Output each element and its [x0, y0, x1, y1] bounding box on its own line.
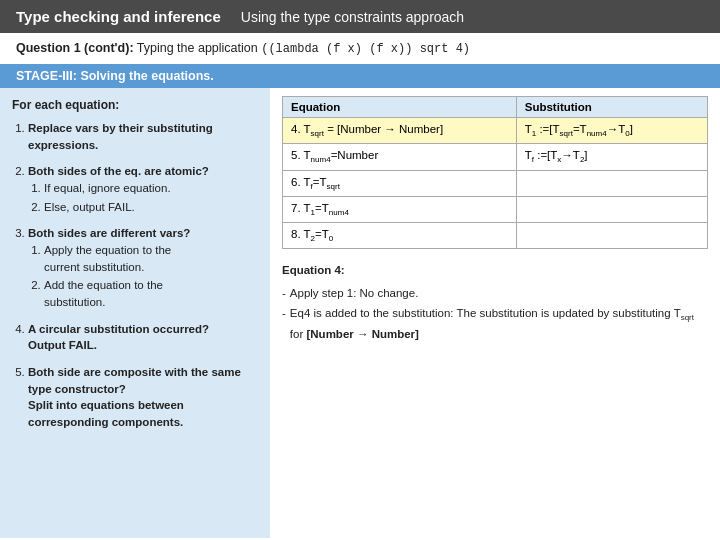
table-row: 8. T2=T0 — [283, 223, 708, 249]
step1-text: Replace vars by their substituting expre… — [28, 122, 213, 151]
col-substitution: Substitution — [516, 97, 707, 118]
explanation-title: Equation 4: — [282, 261, 708, 279]
list-item: If equal, ignore equation. — [44, 180, 258, 197]
table-row: 5. Tnum4=Number Tf :=[Tx→T2] — [283, 144, 708, 170]
left-section-title: For each equation: — [12, 98, 258, 112]
list-item: Both sides are different vars? Apply the… — [28, 225, 258, 310]
explanation: Equation 4: - Apply step 1: No change. -… — [282, 257, 708, 349]
table-row: 7. T1=Tnum4 — [283, 196, 708, 222]
stage-bar: STAGE-III: Solving the equations. — [0, 64, 720, 88]
stage-label: STAGE-III: — [16, 69, 77, 83]
list-item: Else, output FAIL. — [44, 199, 258, 216]
eq-cell: 5. Tnum4=Number — [283, 144, 517, 170]
question-label: Question 1 (cont'd): — [16, 41, 134, 55]
equation-table: Equation Substitution 4. Tsqrt = [Number… — [282, 96, 708, 249]
eq-cell: 8. T2=T0 — [283, 223, 517, 249]
col-equation: Equation — [283, 97, 517, 118]
sub-cell — [516, 196, 707, 222]
header-subtitle: Using the type constraints approach — [241, 9, 464, 25]
question-bar: Question 1 (cont'd): Typing the applicat… — [0, 33, 720, 64]
sub-cell: Tf :=[Tx→T2] — [516, 144, 707, 170]
question-text: Typing the application — [137, 41, 261, 55]
step5-text: Both side are composite with the same ty… — [28, 366, 241, 428]
right-panel: Equation Substitution 4. Tsqrt = [Number… — [270, 88, 720, 538]
table-row: 6. Tf=Tsqrt — [283, 170, 708, 196]
list-item: Both sides of the eq. are atomic? If equ… — [28, 163, 258, 215]
sub-cell: T1 :=[Tsqrt=Tnum4→T0] — [516, 118, 707, 144]
explanation-text1: Apply step 1: No change. — [290, 284, 419, 302]
left-panel: For each equation: Replace vars by their… — [0, 88, 270, 538]
sub-cell — [516, 223, 707, 249]
list-item: Both side are composite with the same ty… — [28, 364, 258, 431]
eq-cell: 7. T1=Tnum4 — [283, 196, 517, 222]
list-item: Replace vars by their substituting expre… — [28, 120, 258, 153]
explanation-item2: - Eq4 is added to the substitution: The … — [282, 304, 708, 343]
eq-cell: 6. Tf=Tsqrt — [283, 170, 517, 196]
stage-text: Solving the equations. — [80, 69, 213, 83]
step2-sub: If equal, ignore equation. Else, output … — [28, 180, 258, 215]
table-row: 4. Tsqrt = [Number → Number] T1 :=[Tsqrt… — [283, 118, 708, 144]
main-content: For each equation: Replace vars by their… — [0, 88, 720, 538]
header: Type checking and inference Using the ty… — [0, 0, 720, 33]
explanation-text2: Eq4 is added to the substitution: The su… — [290, 304, 708, 343]
step3-text: Both sides are different vars? — [28, 227, 190, 239]
step2-text: Both sides of the eq. are atomic? — [28, 165, 209, 177]
sub-cell — [516, 170, 707, 196]
dash-icon: - — [282, 284, 286, 302]
dash-icon: - — [282, 304, 286, 343]
steps-list: Replace vars by their substituting expre… — [12, 120, 258, 431]
step4-text: A circular substitution occurred?Output … — [28, 323, 209, 352]
header-title: Type checking and inference — [16, 8, 221, 25]
eq-cell: 4. Tsqrt = [Number → Number] — [283, 118, 517, 144]
question-code: ((lambda (f x) (f x)) sqrt 4) — [261, 42, 470, 56]
explanation-item1: - Apply step 1: No change. — [282, 284, 708, 302]
list-item: Apply the equation to thecurrent substit… — [44, 242, 258, 275]
step3-sub: Apply the equation to thecurrent substit… — [28, 242, 258, 311]
list-item: A circular substitution occurred?Output … — [28, 321, 258, 354]
list-item: Add the equation to thesubstitution. — [44, 277, 258, 310]
